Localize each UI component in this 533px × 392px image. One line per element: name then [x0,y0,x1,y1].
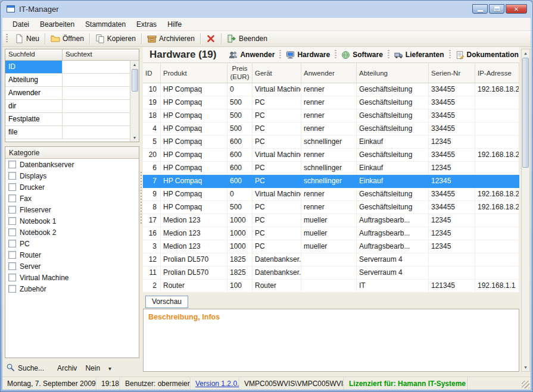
hardware-row-2[interactable]: 2Router100RouterIT121345192.168.1.1 [143,280,519,293]
cell-abteilung: Serverraum 4 [357,253,429,266]
archive-dropdown[interactable]: Nein ▾ [83,363,114,374]
search-button[interactable]: Suche... [5,362,48,375]
menu-hilfe[interactable]: Hilfe [162,18,187,30]
tab-vorschau[interactable]: Vorschau [145,296,188,308]
cell-id: 4 [143,123,161,136]
column-header-serien-nr[interactable]: Serien-Nr [429,63,475,83]
search-grid-scrollbar[interactable]: ▲ ▼ [130,61,139,142]
cell-serien-nr: 334455 [429,83,475,96]
category-item-server[interactable]: Server [5,261,139,272]
scroll-up-icon[interactable]: ▲ [133,61,137,68]
category-item-notebook-2[interactable]: Notebook 2 [5,227,139,238]
checkbox-icon[interactable] [8,206,16,214]
hardware-row-10[interactable]: 10HP Compaq0Virtual MachinerennerGeschäf… [143,83,519,96]
hardware-row-18[interactable]: 18HP Compaq500PCrennerGeschäftsleitung33… [143,109,519,123]
checkbox-icon[interactable] [8,172,16,180]
menu-bearbeiten[interactable]: Bearbeiten [35,18,80,30]
search-input-anwender[interactable] [63,87,130,99]
hardware-row-20[interactable]: 20HP Compaq600Virtual MachinerennerGesch… [143,149,519,162]
checkbox-icon[interactable] [8,161,16,168]
category-item-virtual-machine[interactable]: Virtual Machine [5,272,139,283]
hardware-row-9[interactable]: 9HP Compaq0Virtual MachinerennerGeschäft… [143,188,519,201]
category-item-fileserver[interactable]: Fileserver [5,204,139,215]
search-input-file[interactable] [63,126,130,139]
hardware-row-6[interactable]: 6HP Compaq600PCschnellingerEinkauf12345 [143,162,519,175]
toolbar-separator [200,33,201,44]
search-field-festplatte[interactable]: Festplatte [5,113,63,126]
category-item-datenbankserver[interactable]: Datenbankserver [5,159,139,170]
scroll-up-icon[interactable]: ▲ [523,49,528,57]
toolbar-separator [141,33,142,44]
column-header-gerat[interactable]: Gerät [253,63,301,83]
toolbar-neu[interactable]: Neu [11,33,43,45]
nav-anwender[interactable]: Anwender [225,49,279,61]
column-header-ip-adresse[interactable]: IP-Adresse [475,63,519,83]
hardware-row-11[interactable]: 11Prolian DL5701825Datenbankser...Server… [143,266,519,280]
toolbar-kopieren[interactable]: Kopieren [92,33,139,45]
toolbar-offnen[interactable]: Öffnen [47,33,88,45]
search-field-dir[interactable]: dir [5,100,63,112]
category-item-pc[interactable]: PC [5,238,139,249]
toolbar-delete-button[interactable] [202,33,219,45]
hardware-row-5[interactable]: 5HP Compaq600PCschnellingerEinkauf12345 [143,136,519,149]
search-input-dir[interactable] [63,100,130,112]
hardware-row-3[interactable]: 3Medion 1231000PCmuellerAuftragsbearb...… [143,240,519,253]
column-header-abteilung[interactable]: Abteilung [357,63,429,83]
hardware-row-12[interactable]: 12Prolian DL5701825Datenbankser...Server… [143,253,519,266]
resize-grip[interactable] [522,381,529,388]
hardware-row-17[interactable]: 17Medion 1231000PCmuellerAuftragsbearb..… [143,214,519,227]
scroll-down-icon[interactable]: ▼ [133,134,137,142]
column-header-anwender[interactable]: Anwender [301,63,357,83]
checkbox-icon[interactable] [8,183,16,191]
menu-extras[interactable]: Extras [131,18,162,30]
nav-dokumentation[interactable]: Dokumentation [451,49,523,61]
menu-stammdaten[interactable]: Stammdaten [80,18,131,30]
main-scrollbar[interactable]: ▲ ▼ [521,49,530,372]
checkbox-icon[interactable] [8,285,16,293]
nav-software[interactable]: Software [337,49,387,61]
close-button[interactable]: ✕ [506,4,527,14]
category-item-notebook-1[interactable]: Notebook 1 [5,215,139,227]
maximize-button[interactable] [489,4,504,14]
search-field-abteilung[interactable]: Abteilung [5,74,63,86]
scroll-down-icon[interactable]: ▼ [523,363,528,371]
column-header-id[interactable]: ID [143,63,161,83]
checkbox-icon[interactable] [8,195,16,202]
checkbox-icon[interactable] [8,240,16,247]
cell-produkt: HP Compaq [161,175,227,188]
checkbox-icon[interactable] [8,274,16,281]
checkbox-icon[interactable] [8,251,16,259]
version-link[interactable]: Version 1.2.0.0 [195,380,239,388]
column-header-produkt[interactable]: Produkt [161,63,227,83]
column-header-preis-eur[interactable]: Preis (EUR) [227,63,253,83]
category-item-router[interactable]: Router [5,249,139,261]
hardware-row-4[interactable]: 4HP Compaq500PCrennerGeschäftsleitung334… [143,123,519,136]
category-item-displays[interactable]: Displays [5,170,139,181]
titlebar[interactable]: IT-Manager ✕ [0,0,533,18]
scrollbar-thumb[interactable] [132,69,138,92]
toolbar-beenden[interactable]: Beenden [223,33,271,45]
search-input-festplatte[interactable] [63,113,130,126]
nav-hardware[interactable]: Hardware [282,49,334,61]
minimize-button[interactable] [472,4,488,14]
search-field-anwender[interactable]: Anwender [5,87,63,99]
search-field-file[interactable]: file [5,126,63,139]
checkbox-icon[interactable] [8,228,16,236]
search-field-id[interactable]: ID [5,61,63,73]
nav-lieferanten[interactable]: Lieferanten [390,49,448,61]
hardware-row-19[interactable]: 19HP Compaq500PCrennerGeschäftsleitung33… [143,96,519,109]
category-item-drucker[interactable]: Drucker [5,181,139,193]
scrollbar-thumb[interactable] [522,58,529,168]
checkbox-icon[interactable] [8,217,16,225]
hardware-row-16[interactable]: 16Medion 1231000PCmuellerAuftragsbearb..… [143,227,519,240]
open-folder-icon [51,34,60,43]
search-input-abteilung[interactable] [63,74,130,86]
category-item-fax[interactable]: Fax [5,193,139,204]
hardware-row-8[interactable]: 8HP Compaq500PCrennerGeschäftsleitung334… [143,201,519,214]
checkbox-icon[interactable] [8,262,16,270]
toolbar-archivieren[interactable]: Archivieren [144,33,198,45]
hardware-row-7[interactable]: 7HP Compaq600PCschnellingerEinkauf12345 [143,175,519,188]
category-item-zubehor[interactable]: Zubehör [5,283,139,294]
search-input-id[interactable] [63,61,130,73]
menu-datei[interactable]: Datei [7,18,35,30]
